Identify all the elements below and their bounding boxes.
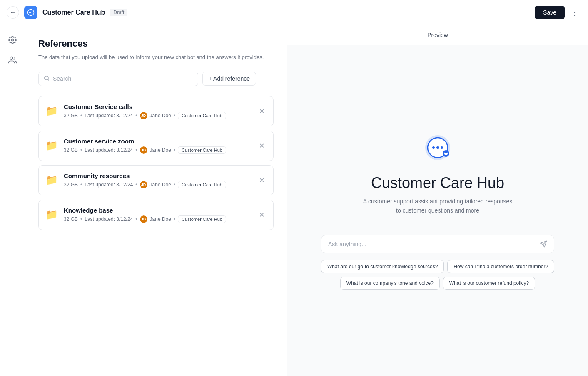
remove-reference-button[interactable]: ✕ xyxy=(257,106,267,116)
preview-content: Customer Care Hub A customer support ass… xyxy=(287,45,588,376)
ref-info: Community resources 32 GB • Last updated… xyxy=(64,172,251,188)
remove-reference-button[interactable]: ✕ xyxy=(257,175,267,185)
author-avatar: JD xyxy=(140,146,147,154)
svg-point-4 xyxy=(11,39,13,41)
ref-info: Customer Service calls 32 GB • Last upda… xyxy=(64,103,251,119)
author-name: Jane Doe xyxy=(150,147,171,153)
hub-tag: Customer Care Hub xyxy=(178,146,226,154)
panel-title: References xyxy=(38,38,274,49)
reference-item: 📁 Customer Service calls 32 GB • Last up… xyxy=(38,96,274,126)
hub-tag: Customer Care Hub xyxy=(178,181,226,188)
author-name: Jane Doe xyxy=(150,182,171,188)
preview-label: Preview xyxy=(427,32,448,38)
reference-item: 📁 Customer service zoom 32 GB • Last upd… xyxy=(38,131,274,161)
ref-info: Customer service zoom 32 GB • Last updat… xyxy=(64,138,251,154)
search-input-wrap xyxy=(38,72,198,86)
remove-reference-button[interactable]: ✕ xyxy=(257,210,267,220)
suggestion-chip[interactable]: How can I find a customers order number? xyxy=(447,260,554,273)
search-input[interactable] xyxy=(53,75,193,82)
folder-icon: 📁 xyxy=(45,174,58,186)
people-icon-button[interactable] xyxy=(4,52,21,68)
preview-panel: Preview Customer Care Hub A xyxy=(287,25,588,376)
app-title: Customer Care Hub xyxy=(42,9,105,16)
suggestion-chip[interactable]: What is our company's tone and voice? xyxy=(340,277,440,290)
author-avatar: JD xyxy=(140,181,147,188)
kebab-menu-button[interactable]: ⋮ xyxy=(260,72,274,85)
references-panel: References The data that you upload will… xyxy=(25,25,287,376)
topbar-left: ← Customer Care Hub Draft xyxy=(7,6,127,19)
ref-name: Knowledge base xyxy=(64,207,251,214)
save-button[interactable]: Save xyxy=(535,6,565,19)
panel-description: The data that you upload will be used to… xyxy=(38,53,274,62)
preview-header: Preview xyxy=(287,25,588,45)
preview-title: Customer Care Hub xyxy=(371,174,504,192)
svg-point-10 xyxy=(432,146,435,149)
search-bar: + Add reference ⋮ xyxy=(38,72,274,86)
draft-badge: Draft xyxy=(110,9,127,16)
remove-reference-button[interactable]: ✕ xyxy=(257,141,267,151)
topbar: ← Customer Care Hub Draft Save ⋮ xyxy=(0,0,588,25)
svg-point-2 xyxy=(30,12,31,12)
ref-meta: 32 GB • Last updated: 3/12/24 • JD Jane … xyxy=(64,146,251,154)
back-button[interactable]: ← xyxy=(7,6,19,19)
author-avatar: JD xyxy=(140,215,147,223)
send-button[interactable] xyxy=(540,240,547,248)
svg-point-5 xyxy=(10,57,13,60)
ask-input-wrap xyxy=(321,235,554,253)
svg-line-7 xyxy=(48,79,49,80)
topbar-right: Save ⋮ xyxy=(535,6,581,19)
suggestion-chip[interactable]: What is our customer refund policy? xyxy=(443,277,535,290)
settings-icon-button[interactable] xyxy=(4,32,21,48)
svg-point-15 xyxy=(445,152,446,153)
more-options-button[interactable]: ⋮ xyxy=(568,6,581,19)
author-name: Jane Doe xyxy=(150,216,171,222)
folder-icon: 📁 xyxy=(45,209,58,220)
author-avatar: JD xyxy=(140,112,147,119)
ref-name: Customer service zoom xyxy=(64,138,251,145)
add-reference-button[interactable]: + Add reference xyxy=(202,72,256,86)
chat-bot-icon xyxy=(421,131,454,166)
ref-meta: 32 GB • Last updated: 3/12/24 • JD Jane … xyxy=(64,112,251,119)
app-icon xyxy=(24,6,37,19)
ref-info: Knowledge base 32 GB • Last updated: 3/1… xyxy=(64,207,251,223)
svg-point-11 xyxy=(436,146,439,149)
ref-meta: 32 GB • Last updated: 3/12/24 • JD Jane … xyxy=(64,215,251,223)
ref-meta: 32 GB • Last updated: 3/12/24 • JD Jane … xyxy=(64,181,251,188)
reference-item: 📁 Knowledge base 32 GB • Last updated: 3… xyxy=(38,200,274,230)
author-name: Jane Doe xyxy=(150,113,171,119)
svg-point-16 xyxy=(446,152,448,153)
icon-sidebar xyxy=(0,25,25,376)
search-icon xyxy=(44,75,50,82)
svg-point-1 xyxy=(29,12,30,12)
hub-tag: Customer Care Hub xyxy=(178,215,226,223)
preview-description: A customer support assistant providing t… xyxy=(363,197,513,215)
folder-icon: 📁 xyxy=(45,140,58,151)
main-layout: References The data that you upload will… xyxy=(0,25,588,376)
folder-icon: 📁 xyxy=(45,105,58,117)
ref-name: Customer Service calls xyxy=(64,103,251,110)
suggestion-chips: What are our go-to customer knowledge so… xyxy=(313,260,563,290)
hub-tag: Customer Care Hub xyxy=(178,112,226,119)
suggestion-chip[interactable]: What are our go-to customer knowledge so… xyxy=(321,260,444,273)
reference-item: 📁 Community resources 32 GB • Last updat… xyxy=(38,165,274,195)
svg-point-12 xyxy=(441,146,443,149)
svg-point-3 xyxy=(32,12,32,12)
ref-name: Community resources xyxy=(64,172,251,179)
ask-input[interactable] xyxy=(328,241,540,247)
references-list: 📁 Customer Service calls 32 GB • Last up… xyxy=(38,96,274,230)
